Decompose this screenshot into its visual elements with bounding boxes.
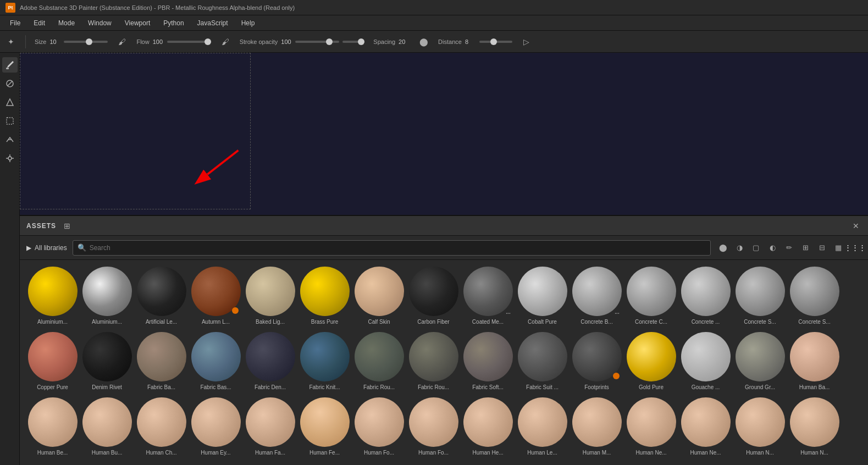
asset-item[interactable]: Ground Gr... [734,330,786,393]
menu-edit[interactable]: Edit [28,17,51,29]
spacing-section: Spacing 20 [373,38,410,45]
asset-item[interactable]: Fabric Bas... [190,330,242,393]
pin-icon[interactable]: ✦ [5,36,16,47]
filter-grid-icon[interactable]: ⊞ [799,241,812,254]
asset-item[interactable]: Human N... [734,395,786,458]
flow-thumb[interactable] [204,38,211,45]
asset-thumb-wrapper [191,267,241,316]
asset-item[interactable]: Denim Rivet [81,330,133,393]
asset-thumbnail [463,332,513,381]
asset-item[interactable]: Fabric Knit... [298,330,351,393]
asset-thumb-wrapper [572,332,622,381]
select-tool-btn[interactable] [2,113,18,129]
asset-item[interactable]: Fabric Suit ... [516,330,568,393]
asset-item[interactable]: Gouache ... [679,330,732,393]
asset-item[interactable]: Fabric Rou... [353,330,405,393]
filter-half-icon[interactable]: ◑ [733,241,746,254]
transform-tool-btn[interactable] [2,151,18,166]
asset-item[interactable]: ...Coated Me... [462,264,514,328]
asset-item[interactable]: Human N... [788,395,841,458]
search-container[interactable]: 🔍 [73,240,711,256]
asset-item[interactable]: Human He... [462,395,514,458]
asset-item[interactable]: Human Fe... [298,395,351,458]
stroke-opacity-slider-2[interactable] [342,41,364,43]
asset-name-label: Concrete S... [798,318,830,325]
search-input[interactable] [90,244,706,252]
erase-tool-btn[interactable] [2,76,18,91]
menu-javascript[interactable]: JavaScript [192,17,234,29]
filter-sphere-icon[interactable]: ⬤ [716,241,729,254]
asset-item[interactable]: Human Ne... [625,395,677,458]
assets-controls: ▶ All libraries 🔍 ⬤ ◑ ▢ ◐ ✏ ⊞ ⊟ ▦ ⋮⋮⋮ [20,236,868,260]
asset-item[interactable]: Human Fo... [353,395,405,458]
asset-item[interactable]: Gold Pure [625,330,677,393]
asset-item[interactable]: Carbon Fiber [407,264,460,328]
asset-item[interactable]: Human Ba... [788,330,841,393]
menu-file[interactable]: File [4,17,26,29]
asset-thumbnail [355,332,404,381]
distance-slider[interactable] [479,41,512,43]
asset-item[interactable]: Brass Pure [298,264,351,328]
brush-icon[interactable]: 🖌 [117,36,128,47]
filter-square-icon[interactable]: ▢ [749,241,762,254]
asset-item[interactable]: Concrete S... [734,264,786,328]
size-thumb[interactable] [86,38,92,45]
shape-tool-btn[interactable] [2,95,18,110]
asset-item[interactable]: Copper Pure [26,330,79,393]
library-toggle-btn[interactable]: ▶ All libraries [26,244,67,252]
panel-grid-btn[interactable]: ⊞ [62,220,73,231]
filter-image-icon[interactable]: ▦ [832,241,845,254]
anchor-tool-btn[interactable] [2,132,18,147]
asset-item[interactable]: Human Bu... [81,395,133,458]
asset-item[interactable]: Fabric Rou... [407,330,460,393]
asset-thumbnail [137,332,186,381]
menu-viewport[interactable]: Viewport [119,17,156,29]
menu-help[interactable]: Help [236,17,261,29]
stroke-opacity-slider[interactable] [295,41,339,43]
asset-item[interactable]: Human Le... [516,395,568,458]
flow-brush-icon[interactable]: 🖌 [220,36,231,47]
size-slider[interactable] [64,41,108,43]
asset-item[interactable]: Cobalt Pure [516,264,568,328]
asset-item[interactable]: Autumn L... [190,264,242,328]
asset-item[interactable]: Fabric Soft... [462,330,514,393]
asset-item[interactable]: Fabric Den... [244,330,296,393]
asset-item[interactable]: Human Fo... [407,395,460,458]
asset-thumbnail [572,397,622,447]
stroke-opacity-thumb[interactable] [326,38,333,45]
filter-dots-icon[interactable]: ⋮⋮⋮ [848,241,861,254]
asset-item[interactable]: Fabric Ba... [135,330,187,393]
flow-slider[interactable] [167,41,211,43]
menu-python[interactable]: Python [158,17,189,29]
asset-item[interactable]: Artificial Le... [135,264,187,328]
menu-mode[interactable]: Mode [53,17,80,29]
asset-item[interactable]: Human Ch... [135,395,187,458]
asset-item[interactable]: Concrete C... [625,264,677,328]
filter-pen-icon[interactable]: ✏ [782,241,795,254]
filter-mesh-icon[interactable]: ⊟ [815,241,828,254]
paint-tool-btn[interactable] [2,57,18,73]
asset-thumb-wrapper [137,397,186,447]
asset-item[interactable]: Human Fa... [244,395,296,458]
stroke-opacity-thumb-2[interactable] [358,38,364,45]
asset-item[interactable]: Footprints [571,330,623,393]
panel-close-btn[interactable]: ✕ [850,220,861,231]
assets-grid[interactable]: Aluminium...Aluminium...Artificial Le...… [20,260,868,465]
arrow-right-icon[interactable]: ▷ [521,36,532,47]
filter-circle-icon[interactable]: ◐ [766,241,779,254]
asset-item[interactable]: Concrete S... [788,264,841,328]
asset-item[interactable]: Human Ey... [190,395,242,458]
asset-item[interactable]: Aluminium... [81,264,133,328]
asset-item[interactable]: ...Concrete B... [571,264,623,328]
asset-item[interactable]: Concrete ... [679,264,732,328]
asset-item[interactable]: Human Ne... [679,395,732,458]
asset-thumb-wrapper [790,332,839,381]
asset-item[interactable]: Aluminium... [26,264,79,328]
asset-item[interactable]: Human Be... [26,395,79,458]
menu-window[interactable]: Window [82,17,117,29]
asset-item[interactable]: Calf Skin [353,264,405,328]
distance-thumb[interactable] [490,38,497,45]
asset-item[interactable]: Human M... [571,395,623,458]
asset-item[interactable]: Baked Lig... [244,264,296,328]
spacing-dots-icon[interactable]: ⬤ [418,36,429,47]
